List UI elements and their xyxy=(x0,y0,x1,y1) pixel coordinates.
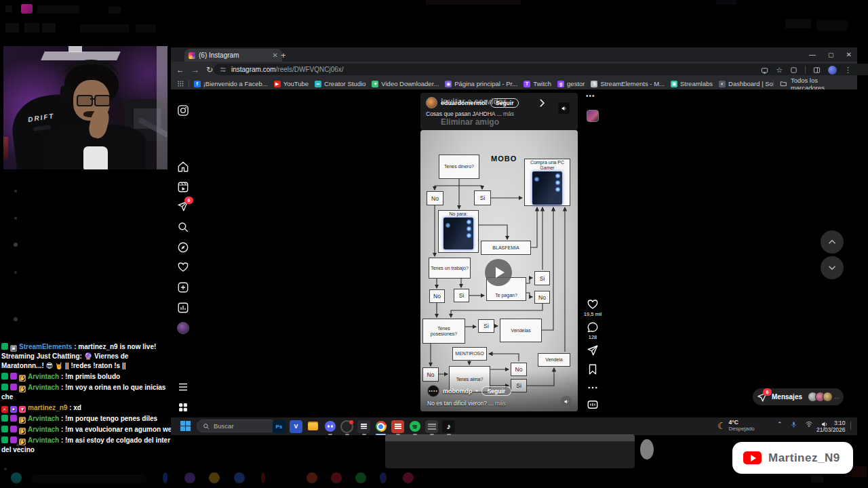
bookmark-gestor[interactable]: ggestor xyxy=(557,80,585,87)
sidebar-create-icon[interactable] xyxy=(177,281,189,293)
reel-mute-button[interactable] xyxy=(561,396,572,407)
prev-reel-more[interactable]: más xyxy=(503,110,514,117)
start-button[interactable] xyxy=(180,421,191,431)
bookmark-pagina-principal[interactable]: ◉Página principal - Pr... xyxy=(445,80,517,87)
reel-author-avatar[interactable]: ●●●● xyxy=(427,385,439,397)
taskbar-chrome-icon[interactable] xyxy=(374,420,387,433)
bookmark-video-downloader[interactable]: ▼Video Downloader... xyxy=(372,80,439,87)
taskbar-wheel-icon[interactable] xyxy=(340,420,353,433)
side-panel-icon[interactable] xyxy=(813,66,821,74)
notification-sliver[interactable] xyxy=(850,422,855,430)
sidebar-notifications-icon[interactable] xyxy=(177,261,189,273)
tab-close-icon[interactable]: ✕ xyxy=(273,52,278,59)
flow-node-blasfemia: BLASFEMIA xyxy=(481,241,531,255)
taskbar-discord-icon[interactable] xyxy=(323,420,336,433)
maximize-button[interactable]: ▢ xyxy=(828,52,834,58)
bookmark-youtube[interactable]: ▶YouTube xyxy=(274,80,309,87)
taskbar-vegas-icon[interactable]: V xyxy=(290,420,302,433)
search-icon xyxy=(203,423,210,430)
bookmarks-separator xyxy=(189,80,189,87)
sidebar-messages-icon[interactable]: 6 xyxy=(177,200,189,212)
chat-username[interactable]: Arvintach xyxy=(28,415,59,422)
sidebar-explore-icon[interactable] xyxy=(177,241,189,253)
forward-icon[interactable]: → xyxy=(191,65,199,75)
flow-node-no2: No xyxy=(534,291,550,304)
clock-widget[interactable]: 3:10 21/03/2026 xyxy=(816,420,846,433)
reel-caption-more[interactable]: más xyxy=(495,400,506,407)
rail-like-icon[interactable] xyxy=(587,298,599,310)
microphone-icon[interactable] xyxy=(790,421,797,428)
sidebar-reels-icon[interactable] xyxy=(177,181,189,193)
prev-reel-options-icon[interactable]: ••• xyxy=(586,92,595,100)
bookmark-creator-studio[interactable]: ∞Creator Studio xyxy=(315,80,366,87)
bookmark-star-icon[interactable]: ☆ xyxy=(776,66,783,75)
profile-avatar[interactable] xyxy=(828,66,837,75)
prev-reel-username[interactable]: eduardomermol xyxy=(441,100,487,106)
shelf-item xyxy=(68,46,82,52)
menu-dots-icon[interactable]: ⋮ xyxy=(844,66,852,75)
apps-grid-icon[interactable] xyxy=(177,80,184,87)
rail-audio-attribution-icon[interactable] xyxy=(587,399,599,411)
site-settings-icon[interactable] xyxy=(220,66,226,73)
taskbar-tiktok-icon[interactable]: ♪ xyxy=(442,420,455,433)
rail-more-options-icon[interactable] xyxy=(587,382,599,394)
chat-username[interactable]: Arvintach xyxy=(28,384,59,391)
taskbar-photoshop-icon[interactable]: Ps xyxy=(273,420,285,433)
taskbar-epic-icon[interactable] xyxy=(357,420,370,433)
dim-top-row2 xyxy=(42,23,56,33)
rail-save-icon[interactable] xyxy=(587,363,599,375)
running-indicator xyxy=(328,434,332,435)
taskbar-darkapp-icon[interactable] xyxy=(425,420,438,433)
share-icon[interactable] xyxy=(761,66,768,74)
bookmark-streamelements[interactable]: SStreamElements - M... xyxy=(591,80,665,87)
bookmark-dashboard-sound[interactable]: ◐Dashboard | Sound... xyxy=(719,80,773,87)
bookmark-twitch[interactable]: TTwitch xyxy=(524,80,551,87)
hidden-icons-chevron[interactable]: ⌃ xyxy=(777,421,783,428)
sidebar-dashboard-icon[interactable] xyxy=(177,302,189,314)
taskbar-redapp-icon[interactable] xyxy=(391,420,404,433)
reload-icon[interactable]: ↻ xyxy=(206,65,213,75)
prev-reel-avatar[interactable] xyxy=(426,97,437,108)
next-reel-button[interactable] xyxy=(821,256,844,279)
flow-node-no1: No xyxy=(427,191,443,205)
prev-reel-follow-button[interactable]: Seguir xyxy=(490,98,519,108)
sidebar-more-menu-icon[interactable] xyxy=(177,381,189,393)
dim-dock-icon xyxy=(209,472,220,483)
minimize-button[interactable]: — xyxy=(809,51,816,58)
reel-username[interactable]: mobomdp xyxy=(443,388,473,394)
new-tab-button[interactable]: + xyxy=(281,50,286,60)
reel-video[interactable]: Tenes dinero?Compra una PC GamerNoSiNo p… xyxy=(420,130,578,411)
chat-message: ✋Arvintach : !m porque tengo penes diles xyxy=(1,414,172,424)
prev-reel-mute-button[interactable] xyxy=(558,102,570,114)
bookmark-facebook[interactable]: f¡Bienvenido a Faceb... xyxy=(194,80,268,87)
tab-group-icon[interactable] xyxy=(790,66,797,74)
play-button-overlay[interactable] xyxy=(485,259,512,286)
sidebar-profile-icon[interactable] xyxy=(177,322,189,334)
taskbar-spotify-icon[interactable] xyxy=(408,420,421,433)
sidebar-search-icon[interactable] xyxy=(177,221,189,233)
taskbar-search[interactable]: Buscar xyxy=(197,420,277,432)
taskbar-explorer-icon[interactable] xyxy=(307,420,319,433)
bookmark-streamlabs[interactable]: ▣Streamlabs xyxy=(671,80,713,87)
chat-username[interactable]: StreamElements xyxy=(19,343,72,350)
back-icon[interactable]: ← xyxy=(176,65,184,75)
redstripe-badge-icon: ⚔ xyxy=(1,406,8,413)
prev-reel-audio-thumb[interactable] xyxy=(587,110,599,122)
chat-username[interactable]: Arvintach xyxy=(28,373,59,380)
sidebar-home-icon[interactable] xyxy=(177,161,189,173)
rail-share-icon[interactable] xyxy=(587,344,599,357)
sidebar-also-from-meta-icon[interactable] xyxy=(177,401,189,413)
messages-pill[interactable]: 6 Mensajes … xyxy=(753,388,844,405)
chat-username[interactable]: martinez_n9 xyxy=(28,404,67,411)
weather-widget[interactable]: ☾ 4°C Despejado xyxy=(717,420,755,432)
browser-tab[interactable]: (6) Instagram ✕ xyxy=(184,49,282,62)
wifi-icon[interactable] xyxy=(805,420,813,428)
chat-username[interactable]: Arvintach xyxy=(28,426,59,433)
carousel-next-icon[interactable] xyxy=(537,98,547,108)
close-button[interactable]: ✕ xyxy=(846,51,852,58)
rail-comment-icon[interactable] xyxy=(587,321,599,333)
reel-follow-button[interactable]: Seguir xyxy=(481,386,511,396)
previous-reel-button[interactable] xyxy=(821,230,844,253)
chat-username[interactable]: Arvintach xyxy=(28,436,59,444)
sidebar-instagram-logo-icon[interactable] xyxy=(177,104,189,117)
